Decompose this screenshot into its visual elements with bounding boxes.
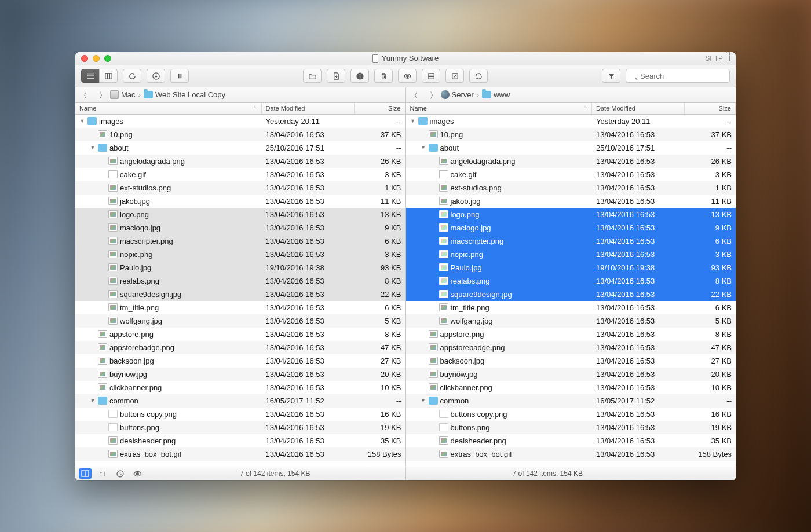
disclosure-triangle[interactable]: ▼ <box>90 145 96 151</box>
file-row[interactable]: buynow.jpg13/04/2016 16:5320 KB <box>406 368 736 381</box>
file-row[interactable]: extras_box_bot.gif13/04/2016 16:53158 By… <box>406 447 736 461</box>
column-size[interactable]: Size <box>685 103 736 114</box>
back-button[interactable]: 〈 <box>410 89 422 101</box>
delete-button[interactable] <box>374 69 393 83</box>
file-row[interactable]: Paulo.jpg19/10/2016 19:3893 KB <box>75 261 406 274</box>
file-row[interactable]: dealsheader.png13/04/2016 16:5335 KB <box>406 434 736 447</box>
column-size[interactable]: Size <box>355 103 406 114</box>
file-row[interactable]: square9design.jpg13/04/2016 16:5322 KB <box>406 288 736 301</box>
edit-button[interactable] <box>445 69 464 83</box>
breadcrumb[interactable]: Server › www <box>441 90 510 99</box>
file-row[interactable]: buttons.png13/04/2016 16:5319 KB <box>75 421 406 434</box>
file-name: Paulo.jpg <box>120 263 151 272</box>
file-row[interactable]: backsoon.jpg13/04/2016 16:5327 KB <box>406 354 736 368</box>
dual-pane-toggle[interactable] <box>79 468 92 479</box>
file-row[interactable]: logo.png13/04/2016 16:5313 KB <box>406 208 736 221</box>
file-row[interactable]: backsoon.jpg13/04/2016 16:5327 KB <box>75 354 406 368</box>
local-file-list[interactable]: ▼imagesYesterday 20:11--10.png13/04/2016… <box>75 115 406 467</box>
file-row[interactable]: realabs.png13/04/2016 16:538 KB <box>75 274 406 288</box>
file-row[interactable]: appstorebadge.png13/04/2016 16:5347 KB <box>406 341 736 354</box>
filter-button[interactable] <box>602 69 620 83</box>
sync-button[interactable] <box>469 69 488 83</box>
new-folder-button[interactable] <box>303 69 322 83</box>
file-row[interactable]: 10.png13/04/2016 16:5337 KB <box>75 128 406 141</box>
file-row[interactable]: maclogo.jpg13/04/2016 16:539 KB <box>75 221 406 234</box>
file-icon <box>98 343 107 351</box>
disclosure-triangle[interactable]: ▼ <box>410 118 416 124</box>
file-row[interactable]: ext-studios.png13/04/2016 16:531 KB <box>75 181 406 195</box>
file-row[interactable]: angelodagrada.png13/04/2016 16:5326 KB <box>75 155 406 168</box>
history-button[interactable] <box>114 468 126 479</box>
column-date[interactable]: Date Modified <box>262 103 355 114</box>
file-row[interactable]: cake.gif13/04/2016 16:533 KB <box>75 168 406 181</box>
disclosure-triangle[interactable]: ▼ <box>421 145 426 151</box>
file-row[interactable]: macscripter.png13/04/2016 16:536 KB <box>75 234 406 248</box>
file-row[interactable]: ▼imagesYesterday 20:11-- <box>406 115 736 128</box>
preview-toggle[interactable] <box>131 468 144 479</box>
transfer-button[interactable]: ↑↓ <box>96 468 109 479</box>
quicklook-button[interactable] <box>398 69 417 83</box>
column-name[interactable]: Name⌃ <box>406 103 593 114</box>
disclosure-triangle[interactable]: ▼ <box>421 398 426 403</box>
remote-file-list[interactable]: ▼imagesYesterday 20:11--10.png13/04/2016… <box>406 115 736 467</box>
file-row[interactable]: buynow.jpg13/04/2016 16:5320 KB <box>75 368 406 381</box>
pause-button[interactable] <box>170 69 189 83</box>
crumb-root[interactable]: Mac <box>121 90 136 99</box>
crumb-root[interactable]: Server <box>452 90 474 99</box>
file-row[interactable]: nopic.png13/04/2016 16:533 KB <box>75 248 406 261</box>
new-file-button[interactable] <box>327 69 345 83</box>
file-row[interactable]: extras_box_bot.gif13/04/2016 16:53158 By… <box>75 447 406 461</box>
file-row[interactable]: nopic.png13/04/2016 16:533 KB <box>406 248 736 261</box>
file-row[interactable]: ext-studios.png13/04/2016 16:531 KB <box>406 181 736 195</box>
file-row[interactable]: macscripter.png13/04/2016 16:536 KB <box>406 234 736 248</box>
list-view-button[interactable] <box>81 69 100 83</box>
file-row[interactable]: wolfgang.jpg13/04/2016 16:535 KB <box>406 314 736 328</box>
file-size: -- <box>355 117 406 126</box>
file-row[interactable]: clickbanner.png13/04/2016 16:5310 KB <box>406 381 736 394</box>
file-row[interactable]: buttons copy.png13/04/2016 16:5316 KB <box>406 408 736 421</box>
column-date[interactable]: Date Modified <box>592 103 685 114</box>
file-row[interactable]: angelodagrada.png13/04/2016 16:5326 KB <box>406 155 736 168</box>
file-row[interactable]: buttons copy.png13/04/2016 16:5316 KB <box>75 408 406 421</box>
file-row[interactable]: ▼imagesYesterday 20:11-- <box>75 115 406 128</box>
crumb-folder[interactable]: Web Site Local Copy <box>155 90 225 99</box>
column-name[interactable]: Name⌃ <box>75 103 262 114</box>
file-row[interactable]: ▼common16/05/2017 11:52-- <box>75 394 406 408</box>
file-row[interactable]: tm_title.png13/04/2016 16:536 KB <box>75 301 406 314</box>
file-row[interactable]: logo.png13/04/2016 16:5313 KB <box>75 208 406 221</box>
file-row[interactable]: wolfgang.jpg13/04/2016 16:535 KB <box>75 314 406 328</box>
forward-button[interactable]: 〉 <box>425 89 438 101</box>
edit-permissions-button[interactable] <box>422 69 440 83</box>
file-row[interactable]: jakob.jpg13/04/2016 16:5311 KB <box>75 195 406 208</box>
forward-button[interactable]: 〉 <box>94 89 107 101</box>
info-button[interactable] <box>350 69 369 83</box>
file-row[interactable]: dealsheader.png13/04/2016 16:5335 KB <box>75 434 406 447</box>
titlebar[interactable]: Yummy Software SFTP <box>75 52 736 65</box>
file-row[interactable]: buttons.png13/04/2016 16:5319 KB <box>406 421 736 434</box>
file-row[interactable]: ▼about25/10/2016 17:51-- <box>75 141 406 155</box>
file-row[interactable]: Paulo.jpg19/10/2016 19:3893 KB <box>406 261 736 274</box>
file-row[interactable]: ▼about25/10/2016 17:51-- <box>406 141 736 155</box>
breadcrumb[interactable]: Mac › Web Site Local Copy <box>110 90 225 99</box>
file-row[interactable]: square9design.jpg13/04/2016 16:5322 KB <box>75 288 406 301</box>
file-row[interactable]: maclogo.jpg13/04/2016 16:539 KB <box>406 221 736 234</box>
file-row[interactable]: appstorebadge.png13/04/2016 16:5347 KB <box>75 341 406 354</box>
file-row[interactable]: ▼common16/05/2017 11:52-- <box>406 394 736 408</box>
crumb-folder[interactable]: www <box>494 90 510 99</box>
file-row[interactable]: cake.gif13/04/2016 16:533 KB <box>406 168 736 181</box>
file-row[interactable]: 10.png13/04/2016 16:5337 KB <box>406 128 736 141</box>
file-row[interactable]: appstore.png13/04/2016 16:538 KB <box>406 328 736 341</box>
file-row[interactable]: appstore.png13/04/2016 16:538 KB <box>75 328 406 341</box>
column-view-button[interactable] <box>99 69 118 83</box>
file-row[interactable]: tm_title.png13/04/2016 16:536 KB <box>406 301 736 314</box>
download-button[interactable] <box>147 69 165 83</box>
file-row[interactable]: realabs.png13/04/2016 16:538 KB <box>406 274 736 288</box>
refresh-button[interactable] <box>123 69 141 83</box>
disclosure-triangle[interactable]: ▼ <box>79 118 85 124</box>
file-row[interactable]: jakob.jpg13/04/2016 16:5311 KB <box>406 195 736 208</box>
file-row[interactable]: clickbanner.png13/04/2016 16:5310 KB <box>75 381 406 394</box>
disclosure-triangle[interactable]: ▼ <box>90 398 96 403</box>
back-button[interactable]: 〈 <box>79 89 92 101</box>
file-icon <box>439 410 448 418</box>
search-input[interactable] <box>626 69 730 83</box>
